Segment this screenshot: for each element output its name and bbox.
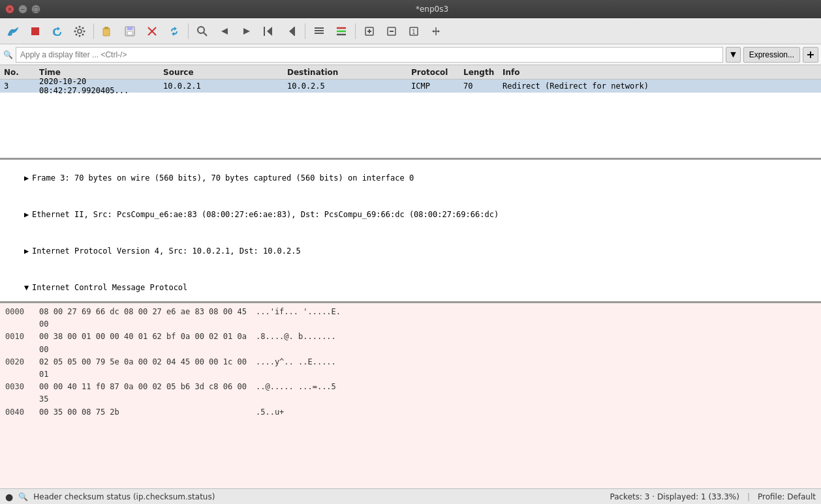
zoom-out-button[interactable] [381, 21, 402, 42]
hex-offset: 0030 [5, 381, 31, 406]
column-header-time[interactable]: Time [39, 68, 163, 77]
status-separator: | [747, 492, 750, 501]
column-header-no[interactable]: No. [0, 68, 39, 77]
svg-line-19 [204, 33, 207, 36]
hex-line: 000008 00 27 69 66 dc 08 00 27 e6 ae 83 … [5, 306, 816, 331]
column-header-destination[interactable]: Destination [287, 68, 411, 77]
hex-offset: 0040 [5, 406, 31, 419]
save-file-button[interactable] [119, 21, 140, 42]
titlebar: × − □ *enp0s3 [0, 0, 821, 18]
filter-icon: 🔍 [3, 50, 13, 59]
toolbar-separator-3 [305, 23, 305, 39]
column-header-protocol[interactable]: Protocol [411, 68, 463, 77]
packet-no: 3 [0, 82, 39, 91]
column-header-info[interactable]: Info [503, 68, 821, 77]
svg-rect-15 [128, 32, 132, 35]
hex-ascii: .5..u+ [256, 406, 284, 419]
svg-rect-11 [104, 27, 108, 29]
detail-icmp[interactable]: ▼Internet Control Message Protocol [0, 269, 821, 303]
hex-line: 003000 00 40 11 f0 87 0a 00 02 05 b6 3d … [5, 381, 816, 406]
close-file-button[interactable] [142, 21, 163, 42]
resize-columns-button[interactable] [426, 21, 446, 42]
packet-length: 70 [463, 82, 503, 91]
expand-arrow: ▼ [24, 282, 32, 293]
close-button[interactable]: × [5, 5, 14, 14]
status-message: Header checksum status (ip.checksum.stat… [33, 492, 604, 501]
svg-point-5 [84, 30, 85, 32]
column-header-source[interactable]: Source [163, 68, 287, 77]
colorize-button[interactable] [331, 21, 352, 42]
hex-line: 004000 35 00 08 75 2b.5..u+ [5, 406, 816, 419]
expand-arrow: ▶ [24, 172, 32, 184]
add-filter-button[interactable]: + [803, 47, 818, 63]
display-filter-input[interactable] [16, 47, 723, 63]
svg-point-7 [82, 33, 84, 35]
svg-point-9 [76, 33, 78, 35]
detail-ethernet[interactable]: ▶Ethernet II, Src: PcsCompu_e6:ae:83 (08… [0, 196, 821, 233]
svg-point-1 [78, 29, 82, 33]
toolbar-separator-1 [93, 23, 94, 39]
svg-rect-0 [31, 27, 39, 35]
svg-rect-13 [127, 27, 132, 30]
expression-button[interactable]: Expression... [743, 47, 800, 63]
packet-time: 2020-10-20 08:42:27.9920405... [39, 77, 163, 95]
expand-arrow: ▶ [24, 245, 32, 257]
hex-bytes: 00 38 00 01 00 00 40 01 62 bf 0a 00 02 0… [39, 331, 248, 355]
zoom-reset-button[interactable]: 1 [403, 21, 424, 42]
svg-marker-20 [221, 28, 228, 35]
status-capture-icon: ● [5, 492, 13, 502]
hex-dump: 000008 00 27 69 66 dc 08 00 27 e6 ae 83 … [0, 303, 821, 488]
hex-offset: 0010 [5, 331, 31, 355]
packet-source: 10.0.2.1 [163, 82, 287, 91]
hex-ascii: .8....@. b....... [256, 331, 336, 355]
hex-bytes: 02 05 05 00 79 5e 0a 00 02 04 45 00 00 1… [39, 356, 248, 381]
next-packet-button[interactable] [236, 21, 257, 42]
start-capture-button[interactable] [3, 21, 23, 42]
restart-capture-button[interactable] [47, 21, 68, 42]
svg-point-18 [198, 27, 204, 33]
svg-point-8 [82, 27, 84, 29]
packet-details: ▶Frame 3: 70 bytes on wire (560 bits), 7… [0, 160, 821, 303]
hex-offset: 0020 [5, 356, 31, 381]
hex-bytes: 00 35 00 08 75 2b [39, 406, 248, 419]
maximize-button[interactable]: □ [31, 5, 40, 14]
column-header-length[interactable]: Length [463, 68, 503, 77]
packet-row[interactable]: 3 2020-10-20 08:42:27.9920405... 10.0.2.… [0, 80, 821, 93]
svg-point-2 [79, 25, 81, 27]
stop-capture-button[interactable] [25, 21, 46, 42]
svg-marker-42 [432, 30, 434, 33]
detail-ipv4-outer[interactable]: ▶Internet Protocol Version 4, Src: 10.0.… [0, 233, 821, 269]
scroll-lock-button[interactable] [309, 21, 330, 42]
svg-marker-22 [267, 27, 272, 36]
hex-ascii: ...'if... '.....E. [256, 306, 341, 331]
go-to-prev-button[interactable] [281, 21, 302, 42]
svg-marker-43 [438, 30, 440, 33]
status-find-icon: 🔍 [18, 492, 28, 501]
hex-ascii: ..@..... ...=...5 [256, 381, 336, 406]
status-packets: Packets: 3 · Displayed: 1 (33.3%) [610, 492, 739, 501]
hex-bytes: 08 00 27 69 66 dc 08 00 27 e6 ae 83 08 0… [39, 306, 248, 331]
find-button[interactable] [192, 21, 213, 42]
prev-packet-button[interactable] [214, 21, 235, 42]
packet-protocol: ICMP [411, 82, 463, 91]
hex-line: 001000 38 00 01 00 00 40 01 62 bf 0a 00 … [5, 331, 816, 355]
go-to-first-button[interactable] [258, 21, 279, 42]
hex-bytes: 00 00 40 11 f0 87 0a 00 02 05 b6 3d c8 0… [39, 381, 248, 406]
status-profile: Profile: Default [758, 492, 816, 501]
packet-list: No. Time Source Destination Protocol Len… [0, 65, 821, 160]
minimize-button[interactable]: − [18, 5, 27, 14]
toolbar: 1 [0, 18, 821, 44]
svg-point-3 [79, 35, 81, 37]
toolbar-separator-4 [355, 23, 356, 39]
filter-bar: 🔍 ▼ Expression... + [0, 44, 821, 65]
window-title: *enp0s3 [48, 5, 816, 14]
filter-dropdown-button[interactable]: ▼ [726, 47, 740, 63]
open-file-button[interactable] [97, 21, 118, 42]
svg-marker-25 [289, 27, 294, 36]
hex-line: 002002 05 05 00 79 5e 0a 00 02 04 45 00 … [5, 356, 816, 381]
svg-text:1: 1 [412, 29, 416, 35]
detail-frame[interactable]: ▶Frame 3: 70 bytes on wire (560 bits), 7… [0, 160, 821, 196]
capture-options-button[interactable] [69, 21, 90, 42]
zoom-in-button[interactable] [359, 21, 380, 42]
reload-button[interactable] [164, 21, 185, 42]
